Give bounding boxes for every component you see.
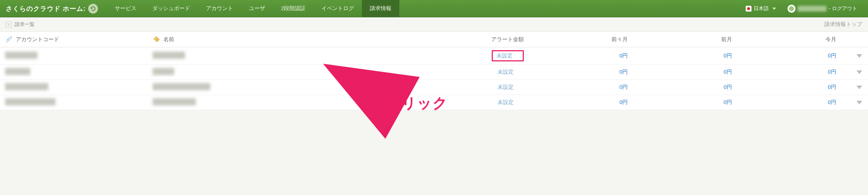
- cell-m1: 0円: [642, 80, 746, 95]
- col-expand: [851, 32, 868, 47]
- main-nav: サービスダッシュボードアカウントユーザ2段階認証イベントログ請求情報: [107, 0, 399, 17]
- cell-name: [148, 80, 408, 95]
- amount-link[interactable]: 0円: [619, 99, 628, 105]
- refresh-icon: [90, 6, 96, 12]
- col-account-code-label: アカウントコード: [16, 36, 59, 43]
- cell-account-code: [0, 80, 148, 95]
- redacted-text: [5, 52, 38, 59]
- expand-toggle[interactable]: [856, 70, 862, 74]
- nav-item-service[interactable]: サービス: [107, 0, 144, 17]
- expand-toggle[interactable]: [856, 86, 862, 89]
- col-account-code[interactable]: アカウントコード: [0, 32, 148, 47]
- refresh-button[interactable]: [88, 4, 98, 14]
- amount-link[interactable]: 0円: [724, 99, 732, 105]
- expand-toggle[interactable]: [856, 54, 862, 58]
- cell-m0: 0円: [746, 65, 851, 80]
- cell-account-code: [0, 65, 148, 80]
- logout-label: - ログアウト: [829, 5, 857, 12]
- col-last-month-label: 前月: [721, 36, 732, 42]
- redacted-text: [153, 83, 210, 90]
- tag-icon: [153, 35, 161, 43]
- cell-m0: 0円: [746, 95, 851, 110]
- nav-item-dashboard[interactable]: ダッシュボード: [144, 0, 198, 17]
- alert-amount-link[interactable]: 未設定: [494, 83, 524, 92]
- cell-expand: [851, 65, 868, 80]
- cell-m1: 0円: [642, 47, 746, 65]
- feather-icon: [5, 35, 13, 43]
- amount-link[interactable]: 0円: [619, 84, 628, 90]
- col-month-before-last-label: 前々月: [611, 36, 628, 42]
- table-row[interactable]: 未設定0円0円0円: [0, 80, 868, 95]
- cell-m0: 0円: [746, 80, 851, 95]
- cell-alert-amount: 未設定: [408, 80, 538, 95]
- cell-name: [148, 95, 408, 110]
- redacted-text: [153, 98, 196, 105]
- cell-m2: 0円: [538, 95, 643, 110]
- col-alert-amount[interactable]: アラート金額: [408, 32, 538, 47]
- expand-toggle[interactable]: [856, 101, 862, 104]
- redacted-text: [153, 68, 174, 75]
- list-icon: [6, 22, 12, 27]
- avatar-icon: [788, 5, 795, 13]
- cell-m1: 0円: [642, 65, 746, 80]
- col-alert-amount-label: アラート金額: [491, 36, 524, 42]
- cell-name: [148, 65, 408, 80]
- cell-expand: [851, 47, 868, 65]
- annotation-text: クリック: [386, 93, 448, 110]
- redacted-text: [153, 52, 185, 59]
- col-name[interactable]: 名前: [148, 32, 408, 47]
- sub-bar: 請求一覧 請求情報トップ: [0, 17, 868, 32]
- alert-amount-link[interactable]: 未設定: [492, 50, 524, 61]
- billing-top-link[interactable]: 請求情報トップ: [824, 21, 862, 28]
- language-selector[interactable]: 日本語: [741, 5, 781, 12]
- user-menu[interactable]: - ログアウト: [782, 5, 862, 13]
- cell-expand: [851, 80, 868, 95]
- nav-item-eventlog[interactable]: イベントログ: [314, 0, 362, 17]
- cell-m2: 0円: [538, 65, 643, 80]
- amount-link[interactable]: 0円: [619, 69, 628, 75]
- nav-item-billing[interactable]: 請求情報: [362, 0, 399, 17]
- chevron-down-icon: [772, 8, 776, 10]
- redacted-text: [5, 83, 48, 90]
- cell-m1: 0円: [642, 95, 746, 110]
- brand-title: さくらのクラウド ホーム:: [6, 4, 86, 13]
- amount-link[interactable]: 0円: [828, 52, 836, 58]
- cell-account-code: [0, 95, 148, 110]
- amount-link[interactable]: 0円: [724, 52, 732, 58]
- amount-link[interactable]: 0円: [724, 69, 732, 75]
- cell-expand: [851, 95, 868, 110]
- nav-item-user[interactable]: ユーザ: [241, 0, 273, 17]
- page-title: 請求一覧: [14, 21, 35, 28]
- cell-m0: 0円: [746, 47, 851, 65]
- col-this-month-label: 今月: [825, 36, 836, 42]
- user-name-redacted: [798, 6, 827, 12]
- alert-amount-link[interactable]: 未設定: [494, 68, 524, 77]
- nav-item-mfa[interactable]: 2段階認証: [273, 0, 314, 17]
- svg-point-0: [155, 38, 156, 39]
- jp-flag-icon: [746, 6, 751, 12]
- subbar-left: 請求一覧: [6, 21, 35, 28]
- table-row[interactable]: 未設定0円0円0円: [0, 65, 868, 80]
- amount-link[interactable]: 0円: [828, 99, 836, 105]
- nav-item-account[interactable]: アカウント: [198, 0, 241, 17]
- table-row[interactable]: 未設定0円0円0円: [0, 47, 868, 65]
- amount-link[interactable]: 0円: [619, 52, 628, 58]
- redacted-text: [5, 98, 56, 105]
- cell-alert-amount: 未設定: [408, 47, 538, 65]
- col-name-label: 名前: [163, 36, 174, 43]
- alert-amount-link[interactable]: 未設定: [494, 98, 524, 107]
- cell-alert-amount: 未設定: [408, 65, 538, 80]
- amount-link[interactable]: 0円: [724, 84, 732, 90]
- table-header-row: アカウントコード 名前 アラート金額 前々月 前月 今月: [0, 32, 868, 47]
- cell-m2: 0円: [538, 80, 643, 95]
- top-header: さくらのクラウド ホーム: サービスダッシュボードアカウントユーザ2段階認証イベ…: [0, 0, 868, 17]
- redacted-text: [5, 68, 30, 75]
- cell-m2: 0円: [538, 47, 643, 65]
- amount-link[interactable]: 0円: [828, 84, 836, 90]
- amount-link[interactable]: 0円: [828, 69, 836, 75]
- col-month-before-last[interactable]: 前々月: [538, 32, 643, 47]
- col-last-month[interactable]: 前月: [642, 32, 746, 47]
- col-this-month[interactable]: 今月: [746, 32, 851, 47]
- language-label: 日本語: [754, 5, 769, 12]
- cell-name: [148, 47, 408, 65]
